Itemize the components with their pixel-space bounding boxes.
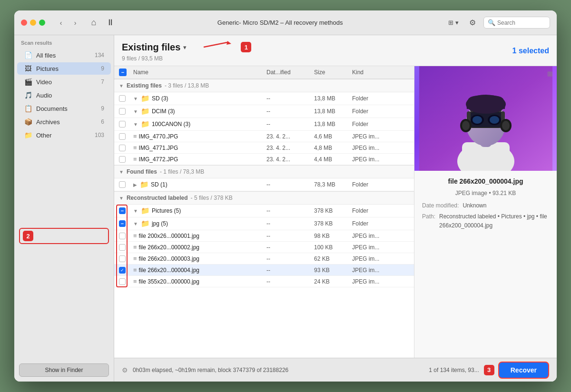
table-row[interactable]: ▼ 📁 100CANON (3) -- 13,8 MB Folder (114, 118, 414, 131)
sidebar-footer: Show in Finder (14, 359, 114, 382)
checkbox-jpg5[interactable]: − (119, 220, 126, 227)
titlebar: ‹ › ⌂ ⏸ Generic- Micro SD/M2 – All recov… (14, 10, 557, 35)
title-dropdown-arrow[interactable]: ▾ (183, 44, 187, 51)
checkbox-pictures5[interactable]: − (119, 207, 126, 214)
table-row[interactable]: − ▼ 📁 jpg (5) -- 378 KB Folder (114, 217, 414, 230)
checkbox-file4[interactable]: ✓ (119, 267, 126, 274)
sidebar-item-documents[interactable]: 📋 Documents 9 (17, 102, 111, 115)
file-icon-img4771: ≡ (133, 144, 137, 151)
search-input[interactable] (497, 20, 540, 26)
expand-icon-sd1[interactable]: ▶ (133, 182, 137, 187)
sidebar-count-video: 7 (101, 78, 104, 85)
checkbox-file3[interactable] (119, 255, 126, 262)
table-row[interactable]: ≡ IMG_4770.JPG 23. 4. 2... 4,6 MB JPEG i… (114, 131, 414, 142)
back-button[interactable]: ‹ (55, 17, 67, 29)
svg-point-11 (490, 116, 499, 124)
group-collapse-existing[interactable]: ▼ (119, 83, 124, 88)
header-kind[interactable]: Kind (352, 69, 409, 76)
checkbox-sd3[interactable] (119, 95, 126, 102)
size-img4772: 4,4 MB (314, 156, 352, 163)
file-icon-file5: ≡ (133, 278, 137, 285)
header-date[interactable]: Dat...ified (266, 69, 314, 76)
table-row[interactable]: ≡ IMG_4771.JPG 23. 4. 2... 4,8 MB JPEG i… (114, 142, 414, 154)
sidebar-item-audio[interactable]: 🎵 Audio (17, 89, 111, 101)
header-size[interactable]: Size (314, 69, 352, 76)
sidebar-count-other: 103 (95, 132, 104, 138)
table-row[interactable]: ≡ file 200x26...000001.jpg -- 98 KB JPEG… (114, 230, 414, 242)
all-files-icon: 📄 (24, 51, 32, 59)
sidebar-item-other[interactable]: 📁 Other 103 (17, 129, 111, 141)
header-checkbox[interactable]: − (119, 69, 127, 76)
checkbox-file5[interactable] (119, 278, 126, 285)
table-row-selected[interactable]: ✓ ≡ file 266x20...000004.jpg -- 93 KB JP… (114, 265, 414, 276)
kind-file4: JPEG im... (352, 267, 409, 274)
expand-icon-jpg5[interactable]: ▼ (133, 221, 138, 226)
header-name[interactable]: Name (133, 69, 266, 76)
arrow-annotation-1 (199, 40, 237, 54)
group-collapse-found[interactable]: ▼ (119, 169, 124, 175)
sidebar-item-archives[interactable]: 📦 Archives 6 (17, 116, 111, 128)
svg-marker-0 (226, 41, 231, 45)
table-header: − Name Dat...ified Size Kind (114, 66, 414, 79)
recover-button[interactable]: Recover (498, 362, 549, 379)
content-title-text: Existing files (122, 42, 180, 53)
show-in-finder-button[interactable]: Show in Finder (19, 363, 109, 377)
group-collapse-reconstructed[interactable]: ▼ (119, 196, 124, 201)
checkbox-file2[interactable] (119, 244, 126, 251)
table-row[interactable]: ▶ 📁 SD (1) -- 78,3 MB Folder (114, 178, 414, 191)
minimize-button[interactable] (30, 20, 36, 26)
checkbox-img4770[interactable] (119, 133, 126, 140)
annotation-badge-1: 1 (241, 42, 251, 52)
forward-button[interactable]: › (69, 17, 81, 29)
file-table[interactable]: − Name Dat...ified Size Kind ▼ Existing … (114, 66, 414, 358)
other-icon: 📁 (24, 131, 32, 139)
checkbox-img4772[interactable] (119, 156, 126, 163)
expand-icon-sd3[interactable]: ▼ (133, 96, 138, 101)
selected-count: 1 selected (512, 47, 549, 55)
sidebar-item-all-files[interactable]: 📄 All files 134 (17, 49, 111, 61)
date-pictures5: -- (266, 207, 314, 214)
expand-icon-100canon3[interactable]: ▼ (133, 122, 138, 127)
size-file2: 100 KB (314, 244, 352, 251)
sidebar-label-all-files: All files (36, 52, 91, 59)
table-row[interactable]: − ▼ 📁 Pictures (5) -- 378 KB Folder (114, 205, 414, 217)
sidebar-item-pictures[interactable]: 🖼 Pictures 9 (17, 62, 111, 75)
checkbox-img4771[interactable] (119, 145, 126, 151)
size-dcim3: 13,8 MB (314, 108, 352, 115)
checkbox-dcim3[interactable] (119, 108, 126, 115)
filter-button[interactable]: ⚙ (466, 16, 479, 29)
home-button[interactable]: ⌂ (86, 15, 101, 30)
expand-icon-pictures5[interactable]: ▼ (133, 208, 138, 214)
documents-icon: 📋 (24, 105, 32, 112)
titlebar-right: ⊞ ▾ ⚙ 🔍 (445, 16, 550, 29)
table-row[interactable]: ▼ 📁 SD (3) -- 13,8 MB Folder (114, 92, 414, 105)
table-row[interactable]: ≡ file 355x20...000000.jpg -- 24 KB JPEG… (114, 276, 414, 287)
close-button[interactable] (21, 20, 27, 26)
view-toggle-button[interactable]: ⊞ ▾ (445, 17, 462, 28)
pause-button[interactable]: ⏸ (106, 18, 115, 28)
sidebar-item-video[interactable]: 🎬 Video 7 (17, 76, 111, 88)
kind-file2: JPEG im... (352, 244, 409, 251)
date-jpg5: -- (266, 220, 314, 227)
file-name-img4770: ≡ IMG_4770.JPG (133, 133, 266, 140)
checkbox-sd1[interactable] (119, 181, 126, 188)
fullscreen-button[interactable] (39, 20, 45, 26)
preview-info: file 266x200_000004.jpg JPEG image • 93.… (414, 171, 557, 237)
size-sd3: 13,8 MB (314, 95, 352, 102)
file-icon-img4772: ≡ (133, 156, 137, 163)
preview-copy-icon[interactable]: ⊞ (547, 70, 553, 78)
search-icon: 🔍 (488, 19, 495, 26)
file-name-file1: ≡ file 200x26...000001.jpg (133, 232, 266, 239)
checkbox-100canon3[interactable] (119, 121, 126, 127)
group-existing-title: ▼ Existing files - 3 files / 13,8 MB (119, 82, 409, 89)
sidebar-count-archives: 6 (101, 118, 104, 125)
checkbox-file1[interactable] (119, 233, 126, 239)
preview-panel: ⊞ file 266x200_000004.jpg JPEG image • 9… (414, 66, 557, 358)
table-row[interactable]: ≡ file 266x20...000003.jpg -- 62 KB JPEG… (114, 253, 414, 265)
annotation-box-2: 2 (19, 228, 109, 244)
table-row[interactable]: ▼ 📁 DCIM (3) -- 13,8 MB Folder (114, 105, 414, 118)
table-row[interactable]: ≡ file 266x20...000002.jpg -- 100 KB JPE… (114, 242, 414, 253)
expand-icon-dcim3[interactable]: ▼ (133, 109, 138, 114)
table-row[interactable]: ≡ IMG_4772.JPG 23. 4. 2... 4,4 MB JPEG i… (114, 154, 414, 165)
file-name-img4772: ≡ IMG_4772.JPG (133, 156, 266, 163)
